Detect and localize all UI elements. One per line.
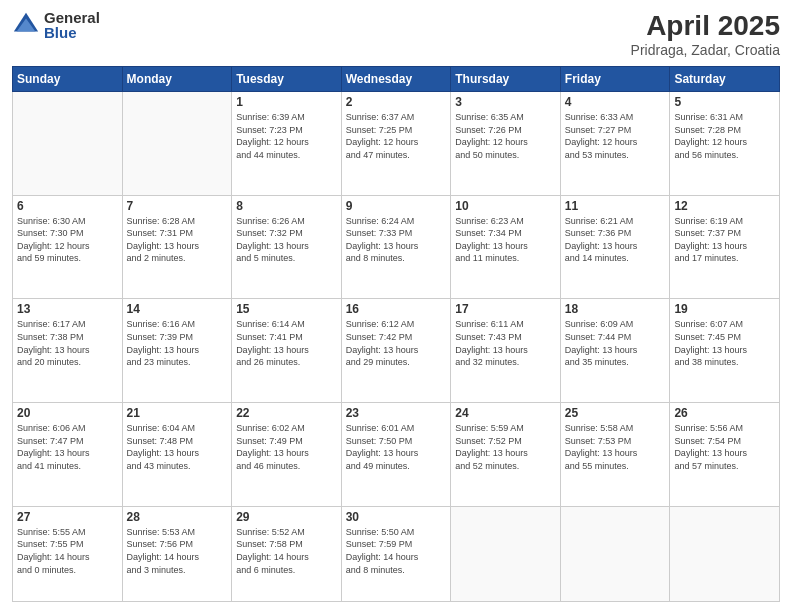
day-number-10: 10 — [455, 199, 556, 213]
day-number-23: 23 — [346, 406, 447, 420]
day-number-12: 12 — [674, 199, 775, 213]
day-info-22: Sunrise: 6:02 AM Sunset: 7:49 PM Dayligh… — [236, 422, 337, 472]
title-section: April 2025 Pridraga, Zadar, Croatia — [631, 10, 780, 58]
header-monday: Monday — [122, 67, 232, 92]
cell-w1-d6: 12Sunrise: 6:19 AM Sunset: 7:37 PM Dayli… — [670, 195, 780, 299]
day-number-14: 14 — [127, 302, 228, 316]
week-row-3: 20Sunrise: 6:06 AM Sunset: 7:47 PM Dayli… — [13, 403, 780, 507]
day-number-20: 20 — [17, 406, 118, 420]
logo: General Blue — [12, 10, 100, 40]
day-number-25: 25 — [565, 406, 666, 420]
day-info-10: Sunrise: 6:23 AM Sunset: 7:34 PM Dayligh… — [455, 215, 556, 265]
cell-w0-d5: 4Sunrise: 6:33 AM Sunset: 7:27 PM Daylig… — [560, 92, 670, 196]
day-info-30: Sunrise: 5:50 AM Sunset: 7:59 PM Dayligh… — [346, 526, 447, 576]
cell-w4-d2: 29Sunrise: 5:52 AM Sunset: 7:58 PM Dayli… — [232, 506, 342, 601]
header-tuesday: Tuesday — [232, 67, 342, 92]
day-number-11: 11 — [565, 199, 666, 213]
week-row-4: 27Sunrise: 5:55 AM Sunset: 7:55 PM Dayli… — [13, 506, 780, 601]
cell-w0-d2: 1Sunrise: 6:39 AM Sunset: 7:23 PM Daylig… — [232, 92, 342, 196]
day-info-1: Sunrise: 6:39 AM Sunset: 7:23 PM Dayligh… — [236, 111, 337, 161]
cell-w1-d3: 9Sunrise: 6:24 AM Sunset: 7:33 PM Daylig… — [341, 195, 451, 299]
day-number-26: 26 — [674, 406, 775, 420]
location: Pridraga, Zadar, Croatia — [631, 42, 780, 58]
cell-w2-d4: 17Sunrise: 6:11 AM Sunset: 7:43 PM Dayli… — [451, 299, 561, 403]
cell-w1-d1: 7Sunrise: 6:28 AM Sunset: 7:31 PM Daylig… — [122, 195, 232, 299]
day-number-17: 17 — [455, 302, 556, 316]
page: General Blue April 2025 Pridraga, Zadar,… — [0, 0, 792, 612]
day-number-3: 3 — [455, 95, 556, 109]
month-year: April 2025 — [631, 10, 780, 42]
logo-general-text: General — [44, 10, 100, 25]
day-number-29: 29 — [236, 510, 337, 524]
day-number-6: 6 — [17, 199, 118, 213]
day-number-8: 8 — [236, 199, 337, 213]
cell-w2-d2: 15Sunrise: 6:14 AM Sunset: 7:41 PM Dayli… — [232, 299, 342, 403]
cell-w3-d5: 25Sunrise: 5:58 AM Sunset: 7:53 PM Dayli… — [560, 403, 670, 507]
week-row-1: 6Sunrise: 6:30 AM Sunset: 7:30 PM Daylig… — [13, 195, 780, 299]
day-number-21: 21 — [127, 406, 228, 420]
cell-w0-d3: 2Sunrise: 6:37 AM Sunset: 7:25 PM Daylig… — [341, 92, 451, 196]
day-info-2: Sunrise: 6:37 AM Sunset: 7:25 PM Dayligh… — [346, 111, 447, 161]
day-info-26: Sunrise: 5:56 AM Sunset: 7:54 PM Dayligh… — [674, 422, 775, 472]
day-info-8: Sunrise: 6:26 AM Sunset: 7:32 PM Dayligh… — [236, 215, 337, 265]
day-info-6: Sunrise: 6:30 AM Sunset: 7:30 PM Dayligh… — [17, 215, 118, 265]
day-info-11: Sunrise: 6:21 AM Sunset: 7:36 PM Dayligh… — [565, 215, 666, 265]
day-number-1: 1 — [236, 95, 337, 109]
day-number-13: 13 — [17, 302, 118, 316]
header-sunday: Sunday — [13, 67, 123, 92]
cell-w1-d5: 11Sunrise: 6:21 AM Sunset: 7:36 PM Dayli… — [560, 195, 670, 299]
cell-w3-d0: 20Sunrise: 6:06 AM Sunset: 7:47 PM Dayli… — [13, 403, 123, 507]
cell-w2-d0: 13Sunrise: 6:17 AM Sunset: 7:38 PM Dayli… — [13, 299, 123, 403]
cell-w0-d6: 5Sunrise: 6:31 AM Sunset: 7:28 PM Daylig… — [670, 92, 780, 196]
cell-w3-d1: 21Sunrise: 6:04 AM Sunset: 7:48 PM Dayli… — [122, 403, 232, 507]
cell-w0-d0 — [13, 92, 123, 196]
cell-w1-d0: 6Sunrise: 6:30 AM Sunset: 7:30 PM Daylig… — [13, 195, 123, 299]
week-row-0: 1Sunrise: 6:39 AM Sunset: 7:23 PM Daylig… — [13, 92, 780, 196]
day-info-5: Sunrise: 6:31 AM Sunset: 7:28 PM Dayligh… — [674, 111, 775, 161]
weekday-header-row: Sunday Monday Tuesday Wednesday Thursday… — [13, 67, 780, 92]
day-info-15: Sunrise: 6:14 AM Sunset: 7:41 PM Dayligh… — [236, 318, 337, 368]
day-info-17: Sunrise: 6:11 AM Sunset: 7:43 PM Dayligh… — [455, 318, 556, 368]
day-info-23: Sunrise: 6:01 AM Sunset: 7:50 PM Dayligh… — [346, 422, 447, 472]
day-info-16: Sunrise: 6:12 AM Sunset: 7:42 PM Dayligh… — [346, 318, 447, 368]
day-info-21: Sunrise: 6:04 AM Sunset: 7:48 PM Dayligh… — [127, 422, 228, 472]
day-info-24: Sunrise: 5:59 AM Sunset: 7:52 PM Dayligh… — [455, 422, 556, 472]
day-info-27: Sunrise: 5:55 AM Sunset: 7:55 PM Dayligh… — [17, 526, 118, 576]
day-number-9: 9 — [346, 199, 447, 213]
day-info-12: Sunrise: 6:19 AM Sunset: 7:37 PM Dayligh… — [674, 215, 775, 265]
day-number-15: 15 — [236, 302, 337, 316]
cell-w1-d4: 10Sunrise: 6:23 AM Sunset: 7:34 PM Dayli… — [451, 195, 561, 299]
cell-w3-d2: 22Sunrise: 6:02 AM Sunset: 7:49 PM Dayli… — [232, 403, 342, 507]
cell-w3-d6: 26Sunrise: 5:56 AM Sunset: 7:54 PM Dayli… — [670, 403, 780, 507]
day-number-30: 30 — [346, 510, 447, 524]
cell-w2-d6: 19Sunrise: 6:07 AM Sunset: 7:45 PM Dayli… — [670, 299, 780, 403]
cell-w0-d4: 3Sunrise: 6:35 AM Sunset: 7:26 PM Daylig… — [451, 92, 561, 196]
cell-w1-d2: 8Sunrise: 6:26 AM Sunset: 7:32 PM Daylig… — [232, 195, 342, 299]
header-saturday: Saturday — [670, 67, 780, 92]
cell-w2-d3: 16Sunrise: 6:12 AM Sunset: 7:42 PM Dayli… — [341, 299, 451, 403]
cell-w4-d3: 30Sunrise: 5:50 AM Sunset: 7:59 PM Dayli… — [341, 506, 451, 601]
header-thursday: Thursday — [451, 67, 561, 92]
header: General Blue April 2025 Pridraga, Zadar,… — [12, 10, 780, 58]
day-info-13: Sunrise: 6:17 AM Sunset: 7:38 PM Dayligh… — [17, 318, 118, 368]
cell-w2-d5: 18Sunrise: 6:09 AM Sunset: 7:44 PM Dayli… — [560, 299, 670, 403]
week-row-2: 13Sunrise: 6:17 AM Sunset: 7:38 PM Dayli… — [13, 299, 780, 403]
logo-text: General Blue — [44, 10, 100, 40]
calendar-table: Sunday Monday Tuesday Wednesday Thursday… — [12, 66, 780, 602]
day-number-16: 16 — [346, 302, 447, 316]
cell-w4-d5 — [560, 506, 670, 601]
cell-w4-d1: 28Sunrise: 5:53 AM Sunset: 7:56 PM Dayli… — [122, 506, 232, 601]
day-info-9: Sunrise: 6:24 AM Sunset: 7:33 PM Dayligh… — [346, 215, 447, 265]
day-info-29: Sunrise: 5:52 AM Sunset: 7:58 PM Dayligh… — [236, 526, 337, 576]
day-info-20: Sunrise: 6:06 AM Sunset: 7:47 PM Dayligh… — [17, 422, 118, 472]
cell-w2-d1: 14Sunrise: 6:16 AM Sunset: 7:39 PM Dayli… — [122, 299, 232, 403]
day-number-18: 18 — [565, 302, 666, 316]
cell-w4-d4 — [451, 506, 561, 601]
day-info-14: Sunrise: 6:16 AM Sunset: 7:39 PM Dayligh… — [127, 318, 228, 368]
logo-icon — [12, 11, 40, 39]
day-number-19: 19 — [674, 302, 775, 316]
cell-w3-d3: 23Sunrise: 6:01 AM Sunset: 7:50 PM Dayli… — [341, 403, 451, 507]
header-friday: Friday — [560, 67, 670, 92]
cell-w0-d1 — [122, 92, 232, 196]
cell-w3-d4: 24Sunrise: 5:59 AM Sunset: 7:52 PM Dayli… — [451, 403, 561, 507]
